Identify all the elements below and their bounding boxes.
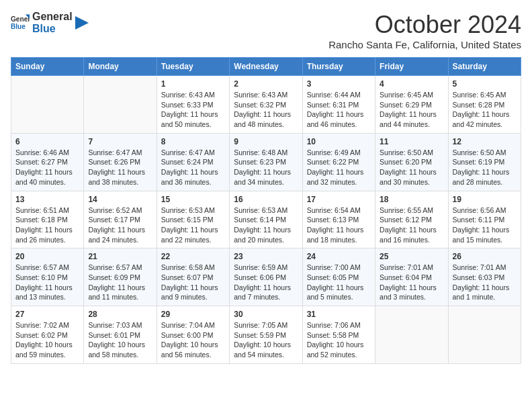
logo-blue: Blue [32, 23, 56, 35]
day-info: Sunrise: 6:43 AMSunset: 6:32 PMDaylight:… [234, 90, 298, 130]
logo-general: General [32, 11, 73, 23]
day-number: 23 [234, 252, 298, 261]
week-row-2: 6 Sunrise: 6:46 AMSunset: 6:27 PMDayligh… [11, 133, 521, 191]
calendar-cell: 21 Sunrise: 6:57 AMSunset: 6:09 PMDaylig… [84, 248, 157, 306]
day-number: 7 [88, 137, 152, 146]
calendar-cell: 6 Sunrise: 6:46 AMSunset: 6:27 PMDayligh… [11, 133, 84, 191]
day-info: Sunrise: 6:47 AMSunset: 6:26 PMDaylight:… [88, 148, 152, 187]
calendar-cell: 17 Sunrise: 6:54 AMSunset: 6:13 PMDaylig… [302, 191, 375, 248]
day-info: Sunrise: 7:00 AMSunset: 6:05 PMDaylight:… [307, 263, 371, 302]
day-header-friday: Friday [375, 58, 448, 76]
logo-arrow-icon [75, 16, 89, 30]
calendar-cell: 13 Sunrise: 6:51 AMSunset: 6:18 PMDaylig… [11, 191, 84, 248]
day-info: Sunrise: 6:52 AMSunset: 6:17 PMDaylight:… [88, 205, 152, 245]
day-info: Sunrise: 6:57 AMSunset: 6:09 PMDaylight:… [88, 263, 152, 302]
logo-icon: General Blue [11, 13, 30, 32]
calendar-cell: 10 Sunrise: 6:49 AMSunset: 6:22 PMDaylig… [302, 133, 375, 191]
svg-marker-3 [75, 16, 89, 30]
day-info: Sunrise: 6:57 AMSunset: 6:10 PMDaylight:… [15, 263, 79, 302]
month-title: October 2024 [328, 11, 521, 39]
day-info: Sunrise: 6:45 AMSunset: 6:29 PMDaylight:… [380, 90, 443, 130]
day-number: 31 [307, 310, 371, 319]
day-number: 5 [453, 79, 517, 89]
day-number: 15 [161, 195, 225, 204]
day-info: Sunrise: 6:55 AMSunset: 6:12 PMDaylight:… [380, 205, 443, 245]
title-block: October 2024 Rancho Santa Fe, California… [328, 11, 521, 50]
location: Rancho Santa Fe, California, United Stat… [328, 39, 521, 50]
calendar-cell: 4 Sunrise: 6:45 AMSunset: 6:29 PMDayligh… [375, 76, 448, 134]
day-info: Sunrise: 7:03 AMSunset: 6:01 PMDaylight:… [88, 320, 152, 360]
day-info: Sunrise: 6:53 AMSunset: 6:14 PMDaylight:… [234, 205, 298, 245]
day-header-thursday: Thursday [302, 58, 375, 76]
day-number: 19 [453, 195, 517, 204]
calendar-cell: 24 Sunrise: 7:00 AMSunset: 6:05 PMDaylig… [302, 248, 375, 306]
day-info: Sunrise: 6:58 AMSunset: 6:07 PMDaylight:… [161, 263, 225, 302]
calendar-cell: 31 Sunrise: 7:06 AMSunset: 5:58 PMDaylig… [302, 306, 375, 364]
calendar-cell: 12 Sunrise: 6:50 AMSunset: 6:19 PMDaylig… [448, 133, 521, 191]
day-info: Sunrise: 7:01 AMSunset: 6:03 PMDaylight:… [453, 263, 517, 302]
day-number: 10 [307, 137, 371, 146]
svg-text:Blue: Blue [11, 23, 26, 30]
calendar-cell: 23 Sunrise: 6:59 AMSunset: 6:06 PMDaylig… [230, 248, 302, 306]
day-info: Sunrise: 6:53 AMSunset: 6:15 PMDaylight:… [161, 205, 225, 245]
calendar-cell: 29 Sunrise: 7:04 AMSunset: 6:00 PMDaylig… [157, 306, 229, 364]
day-number: 12 [453, 137, 517, 146]
calendar-cell: 3 Sunrise: 6:44 AMSunset: 6:31 PMDayligh… [302, 76, 375, 134]
calendar-cell: 18 Sunrise: 6:55 AMSunset: 6:12 PMDaylig… [375, 191, 448, 248]
calendar-cell: 27 Sunrise: 7:02 AMSunset: 6:02 PMDaylig… [11, 306, 84, 364]
day-number: 20 [15, 252, 79, 261]
day-info: Sunrise: 6:44 AMSunset: 6:31 PMDaylight:… [307, 90, 371, 130]
calendar-cell: 1 Sunrise: 6:43 AMSunset: 6:33 PMDayligh… [157, 76, 229, 134]
day-info: Sunrise: 6:59 AMSunset: 6:06 PMDaylight:… [234, 263, 298, 302]
day-info: Sunrise: 6:49 AMSunset: 6:22 PMDaylight:… [307, 148, 371, 187]
calendar-cell: 11 Sunrise: 6:50 AMSunset: 6:20 PMDaylig… [375, 133, 448, 191]
day-info: Sunrise: 6:47 AMSunset: 6:24 PMDaylight:… [161, 148, 225, 187]
calendar-cell: 22 Sunrise: 6:58 AMSunset: 6:07 PMDaylig… [157, 248, 229, 306]
day-number: 11 [380, 137, 443, 146]
day-info: Sunrise: 6:51 AMSunset: 6:18 PMDaylight:… [15, 205, 79, 245]
logo: General Blue General Blue [11, 11, 89, 34]
calendar-cell [11, 76, 84, 134]
day-number: 29 [161, 310, 225, 319]
day-number: 16 [234, 195, 298, 204]
day-number: 2 [234, 79, 298, 89]
day-number: 3 [307, 79, 371, 89]
calendar-cell: 16 Sunrise: 6:53 AMSunset: 6:14 PMDaylig… [230, 191, 302, 248]
day-number: 17 [307, 195, 371, 204]
day-number: 26 [453, 252, 517, 261]
day-number: 21 [88, 252, 152, 261]
calendar-table: SundayMondayTuesdayWednesdayThursdayFrid… [11, 57, 521, 364]
calendar-body: 1 Sunrise: 6:43 AMSunset: 6:33 PMDayligh… [11, 76, 521, 364]
week-row-5: 27 Sunrise: 7:02 AMSunset: 6:02 PMDaylig… [11, 306, 521, 364]
day-info: Sunrise: 7:06 AMSunset: 5:58 PMDaylight:… [307, 320, 371, 360]
day-header-sunday: Sunday [11, 58, 84, 76]
day-header-wednesday: Wednesday [230, 58, 302, 76]
calendar-cell: 26 Sunrise: 7:01 AMSunset: 6:03 PMDaylig… [448, 248, 521, 306]
calendar-cell: 25 Sunrise: 7:01 AMSunset: 6:04 PMDaylig… [375, 248, 448, 306]
calendar-cell: 9 Sunrise: 6:48 AMSunset: 6:23 PMDayligh… [230, 133, 302, 191]
day-number: 6 [15, 137, 79, 146]
day-number: 22 [161, 252, 225, 261]
day-info: Sunrise: 6:50 AMSunset: 6:20 PMDaylight:… [380, 148, 443, 187]
calendar-cell: 15 Sunrise: 6:53 AMSunset: 6:15 PMDaylig… [157, 191, 229, 248]
calendar-cell: 30 Sunrise: 7:05 AMSunset: 5:59 PMDaylig… [230, 306, 302, 364]
week-row-3: 13 Sunrise: 6:51 AMSunset: 6:18 PMDaylig… [11, 191, 521, 248]
week-row-1: 1 Sunrise: 6:43 AMSunset: 6:33 PMDayligh… [11, 76, 521, 134]
day-header-tuesday: Tuesday [157, 58, 229, 76]
calendar-cell: 7 Sunrise: 6:47 AMSunset: 6:26 PMDayligh… [84, 133, 157, 191]
svg-text:General: General [11, 15, 30, 23]
day-number: 4 [380, 79, 443, 89]
day-number: 14 [88, 195, 152, 204]
calendar-cell: 14 Sunrise: 6:52 AMSunset: 6:17 PMDaylig… [84, 191, 157, 248]
calendar-cell [84, 76, 157, 134]
day-number: 24 [307, 252, 371, 261]
day-info: Sunrise: 7:02 AMSunset: 6:02 PMDaylight:… [15, 320, 79, 360]
day-number: 13 [15, 195, 79, 204]
day-info: Sunrise: 6:54 AMSunset: 6:13 PMDaylight:… [307, 205, 371, 245]
day-number: 1 [161, 79, 225, 89]
day-header-saturday: Saturday [448, 58, 521, 76]
day-number: 28 [88, 310, 152, 319]
day-info: Sunrise: 6:45 AMSunset: 6:28 PMDaylight:… [453, 90, 517, 130]
day-info: Sunrise: 7:01 AMSunset: 6:04 PMDaylight:… [380, 263, 443, 302]
day-number: 8 [161, 137, 225, 146]
